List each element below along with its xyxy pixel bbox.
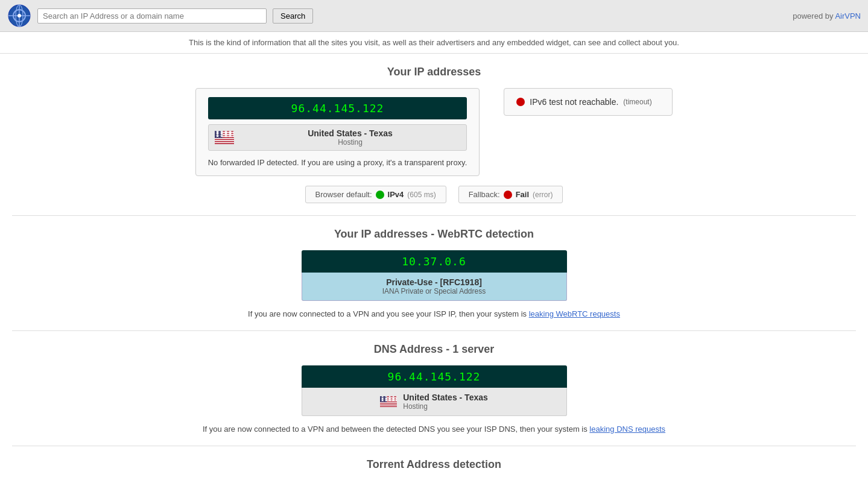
dns-note-text: If you are now connected to a VPN and be…: [203, 425, 589, 434]
fallback-label: Fallback:: [469, 190, 500, 199]
ipv6-label: IPv6 test not reachable.: [530, 97, 618, 107]
dns-location-name: United States - Texas: [403, 393, 488, 402]
ip-display: 96.44.145.122: [208, 97, 467, 119]
torrent-section: Torrent Address detection: [12, 458, 856, 471]
webrtc-note: If you are now connected to a VPN and yo…: [12, 309, 856, 318]
svg-text:★★★★★★: ★★★★★★: [381, 396, 398, 398]
browser-default-proto: IPv4: [388, 190, 404, 199]
dns-location-info: United States - Texas Hosting: [403, 393, 488, 411]
svg-rect-11: [215, 140, 234, 141]
info-text: This is the kind of information that all…: [189, 38, 679, 47]
dns-location-row: ★★★★★★ ★★★★★ ★★★★★★ United States - Texa…: [302, 388, 567, 416]
svg-rect-22: [380, 403, 397, 404]
webrtc-location-sub: IANA Private or Special Address: [312, 287, 557, 295]
header: Search powered by AirVPN: [0, 0, 868, 32]
location-type: Hosting: [240, 138, 461, 147]
powered-by-text: powered by: [793, 11, 835, 21]
location-name: United States - Texas: [240, 128, 461, 138]
dns-location-type: Hosting: [403, 402, 488, 411]
dns-flag-icon: ★★★★★★ ★★★★★ ★★★★★★: [380, 396, 397, 407]
browser-default-time: (605 ms): [407, 191, 436, 199]
powered-by: powered by AirVPN: [793, 11, 861, 21]
dns-card: 96.44.145.122 ★★★★★★ ★★★★★ ★★★★★★ Unit: [302, 365, 567, 416]
webrtc-location: Private-Use - [RFC1918] IANA Private or …: [302, 273, 567, 301]
svg-text:★★★★★★: ★★★★★★: [215, 131, 234, 134]
ipv6-status-dot: [516, 98, 525, 106]
browser-default-box: Browser default: IPv4 (605 ms): [305, 186, 446, 203]
webrtc-leak-link[interactable]: leaking WebRTC requests: [529, 309, 620, 318]
ipv6-timeout: (timeout): [623, 98, 651, 106]
webrtc-section: Your IP addresses - WebRTC detection 10.…: [12, 228, 856, 331]
browser-status-dot: [376, 191, 384, 199]
us-flag-icon: ★★★★★★ ★★★★★ ★★★★★★: [215, 131, 234, 144]
browser-default-label: Browser default:: [315, 190, 372, 199]
info-bar: This is the kind of information that all…: [0, 32, 868, 54]
fallback-status-dot: [504, 191, 512, 199]
airvpn-link[interactable]: AirVPN: [835, 11, 861, 21]
location-info: United States - Texas Hosting: [240, 128, 461, 147]
svg-rect-23: [380, 405, 397, 406]
no-forward-text: No forwarded IP detected. If you are usi…: [208, 158, 467, 167]
dns-section: DNS Address - 1 server 96.44.145.122 ★★★…: [12, 343, 856, 446]
dns-ip: 96.44.145.122: [302, 365, 567, 388]
search-input[interactable]: [37, 8, 267, 24]
torrent-title: Torrent Address detection: [12, 458, 856, 471]
svg-rect-12: [215, 142, 234, 144]
dns-section-title: DNS Address - 1 server: [12, 343, 856, 356]
webrtc-note-text: If you are now connected to a VPN and yo…: [248, 309, 529, 318]
svg-point-5: [17, 14, 21, 17]
search-button[interactable]: Search: [273, 8, 313, 24]
ip-card: 96.44.145.122 ★★★★★★ ★★★★★: [195, 88, 480, 176]
webrtc-ip: 10.37.0.6: [302, 250, 567, 273]
dns-note: If you are now connected to a VPN and be…: [12, 425, 856, 434]
logo: [7, 4, 31, 28]
ip-location-row: ★★★★★★ ★★★★★ ★★★★★★ United States - Texa…: [208, 124, 467, 151]
fallback-box: Fallback: Fail (error): [458, 186, 563, 203]
webrtc-location-name: Private-Use - [RFC1918]: [312, 277, 557, 287]
webrtc-card: 10.37.0.6 Private-Use - [RFC1918] IANA P…: [302, 250, 567, 301]
fallback-detail: (error): [533, 191, 553, 199]
header-left: Search: [7, 4, 313, 28]
webrtc-section-title: Your IP addresses - WebRTC detection: [12, 228, 856, 241]
ip-section-title: Your IP addresses: [12, 66, 856, 78]
ipv6-box: IPv6 test not reachable. (timeout): [504, 88, 673, 116]
main-content: Your IP addresses 96.44.145.122: [0, 54, 868, 483]
ip-section-layout: 96.44.145.122 ★★★★★★ ★★★★★: [12, 88, 856, 176]
fallback-status: Fail: [516, 190, 529, 199]
dns-leak-link[interactable]: leaking DNS requests: [589, 425, 665, 434]
status-row: Browser default: IPv4 (605 ms) Fallback:…: [12, 186, 856, 203]
ip-addresses-section: Your IP addresses 96.44.145.122: [12, 66, 856, 216]
logo-icon: [7, 4, 31, 28]
